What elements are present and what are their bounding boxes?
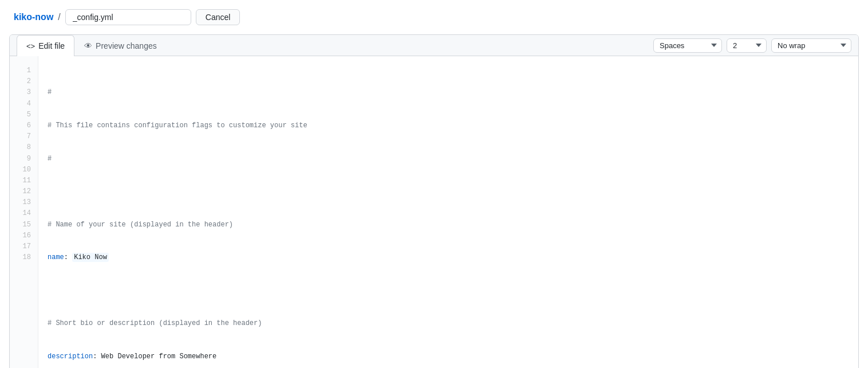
tab-bar: <> Edit file 👁 Preview changes Spaces Ta… <box>10 35 858 56</box>
edit-file-icon: <> <box>26 42 35 50</box>
repo-link[interactable]: kiko-now <box>14 12 53 22</box>
code-content[interactable]: # # This file contains configuration fla… <box>38 56 858 368</box>
editor-container: <> Edit file 👁 Preview changes Spaces Ta… <box>9 34 859 368</box>
line-number: 11 <box>17 175 31 186</box>
code-line-4 <box>48 186 849 197</box>
line-number: 14 <box>17 208 31 219</box>
code-line-1: # <box>48 87 849 98</box>
line-number: 9 <box>17 154 31 165</box>
code-line-9: description: Web Developer from Somewher… <box>48 351 849 362</box>
line-number: 17 <box>17 241 31 252</box>
line-numbers: 1 2 3 4 5 6 7 8 9 10 11 12 13 14 15 16 1… <box>10 56 38 368</box>
code-key: description <box>48 353 93 361</box>
line-number: 15 <box>17 220 31 230</box>
cancel-button[interactable]: Cancel <box>196 9 240 25</box>
code-line-7 <box>48 285 849 296</box>
code-line-8: # Short bio or description (displayed in… <box>48 318 849 329</box>
line-number: 4 <box>17 99 31 109</box>
line-number: 2 <box>17 76 31 87</box>
code-line-2: # This file contains configuration flags… <box>48 120 849 131</box>
breadcrumb-separator: / <box>58 12 60 22</box>
line-number: 5 <box>17 109 31 120</box>
filename-input[interactable] <box>65 9 191 25</box>
line-number: 1 <box>17 65 31 76</box>
line-number: 8 <box>17 142 31 153</box>
line-number: 13 <box>17 197 31 208</box>
tab-preview[interactable]: 👁 Preview changes <box>74 35 167 56</box>
indent-size-select[interactable]: 2 4 8 <box>727 38 767 53</box>
code-line-5: # Name of your site (displayed in the he… <box>48 220 849 230</box>
tab-preview-label: Preview changes <box>96 41 157 50</box>
line-number: 12 <box>17 186 31 197</box>
wrap-select[interactable]: No wrap Soft wrap <box>771 38 851 53</box>
indent-type-select[interactable]: Spaces Tabs <box>653 38 722 53</box>
line-number: 18 <box>17 252 31 263</box>
code-highlight: Kiko Now <box>72 253 109 262</box>
code-editor[interactable]: 1 2 3 4 5 6 7 8 9 10 11 12 13 14 15 16 1… <box>10 56 858 368</box>
code-key: name <box>48 253 64 261</box>
tab-edit[interactable]: <> Edit file <box>17 35 74 56</box>
toolbar-controls: Spaces Tabs 2 4 8 No wrap Soft wrap <box>653 38 851 53</box>
line-number: 10 <box>17 165 31 175</box>
line-number: 16 <box>17 230 31 241</box>
line-number: 6 <box>17 120 31 131</box>
preview-icon: 👁 <box>84 41 92 50</box>
code-line-6: name: Kiko Now <box>48 252 849 263</box>
line-number: 7 <box>17 131 31 142</box>
tab-edit-label: Edit file <box>38 41 65 50</box>
header: kiko-now / Cancel <box>0 0 868 34</box>
line-number: 3 <box>17 87 31 98</box>
code-line-3: # <box>48 154 849 165</box>
